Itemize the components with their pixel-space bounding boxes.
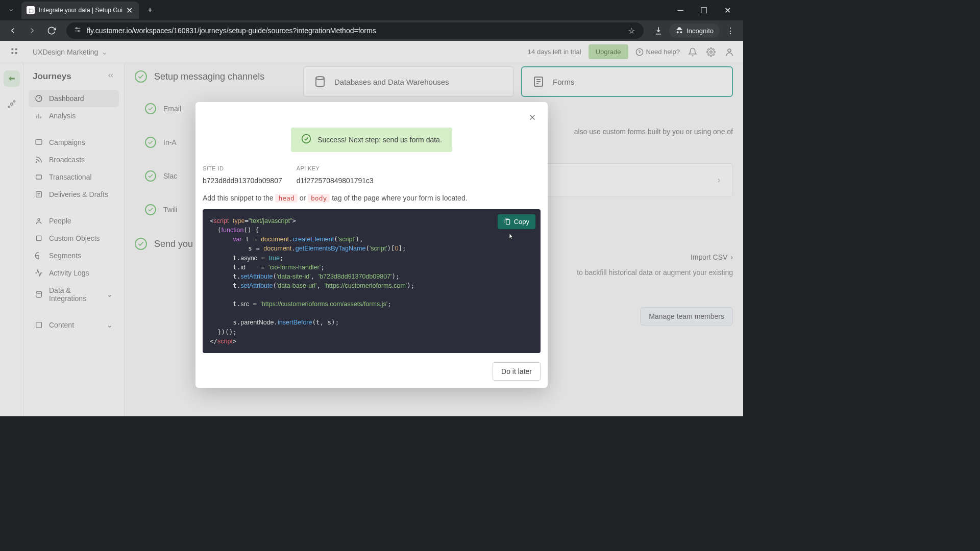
body-tag: body: [308, 194, 330, 203]
svg-point-2: [76, 28, 78, 29]
tab-title: Integrate your data | Setup Gui: [39, 7, 122, 14]
api-key-label: API KEY: [297, 165, 374, 171]
new-tab-button[interactable]: +: [143, 3, 157, 17]
copy-button[interactable]: Copy: [498, 214, 535, 229]
forward-button[interactable]: [23, 22, 41, 39]
close-window-button[interactable]: ✕: [716, 2, 739, 18]
address-bar[interactable]: fly.customer.io/workspaces/160831/journe…: [66, 22, 644, 39]
modal-backdrop[interactable]: Success! Next step: send us form data. S…: [0, 41, 743, 416]
tab-dropdown[interactable]: [4, 3, 18, 17]
modal-close-button[interactable]: [525, 110, 540, 124]
site-id-label: SITE ID: [203, 165, 282, 171]
browser-tab[interactable]: ⬚ Integrate your data | Setup Gui ✕: [21, 2, 139, 19]
site-settings-icon[interactable]: [74, 26, 82, 36]
minimize-button[interactable]: ─: [669, 2, 692, 18]
back-button[interactable]: [4, 22, 21, 39]
modal: Success! Next step: send us form data. S…: [195, 102, 548, 388]
do-it-later-button[interactable]: Do it later: [493, 362, 541, 381]
site-id-value: b723d8dd91370db09807: [203, 177, 282, 185]
snippet-instruction: Add this snippet to the head or body tag…: [203, 194, 541, 202]
clipboard-icon: [504, 218, 511, 226]
modal-body[interactable]: SITE ID b723d8dd91370db09807 API KEY d1f…: [195, 152, 548, 388]
code-snippet: Copy <script type="text/javascript"> (fu…: [203, 209, 541, 353]
favicon: ⬚: [27, 6, 35, 14]
head-tag: head: [275, 194, 297, 203]
tab-close-icon[interactable]: ✕: [126, 6, 134, 14]
browser-toolbar: fly.customer.io/workspaces/160831/journe…: [0, 20, 743, 41]
app-container: UXDesign Marketing ⌄ 14 days left in tri…: [0, 41, 743, 416]
svg-rect-35: [506, 219, 509, 224]
reload-button[interactable]: [43, 22, 60, 39]
maximize-button[interactable]: ☐: [692, 2, 716, 18]
incognito-badge[interactable]: Incognito: [669, 23, 720, 38]
success-toast: Success! Next step: send us form data.: [291, 128, 452, 152]
incognito-icon: [675, 27, 683, 35]
api-key-value: d1f272570849801791c3: [297, 177, 374, 185]
url-text: fly.customer.io/workspaces/160831/journe…: [87, 27, 626, 35]
browser-menu-icon[interactable]: ⋮: [722, 22, 739, 39]
downloads-icon[interactable]: [650, 22, 667, 39]
success-check-icon: [301, 134, 311, 146]
browser-titlebar: ⬚ Integrate your data | Setup Gui ✕ + ─ …: [0, 0, 743, 20]
svg-point-3: [78, 30, 80, 32]
bookmark-icon[interactable]: ☆: [626, 22, 636, 39]
svg-point-34: [302, 135, 311, 143]
